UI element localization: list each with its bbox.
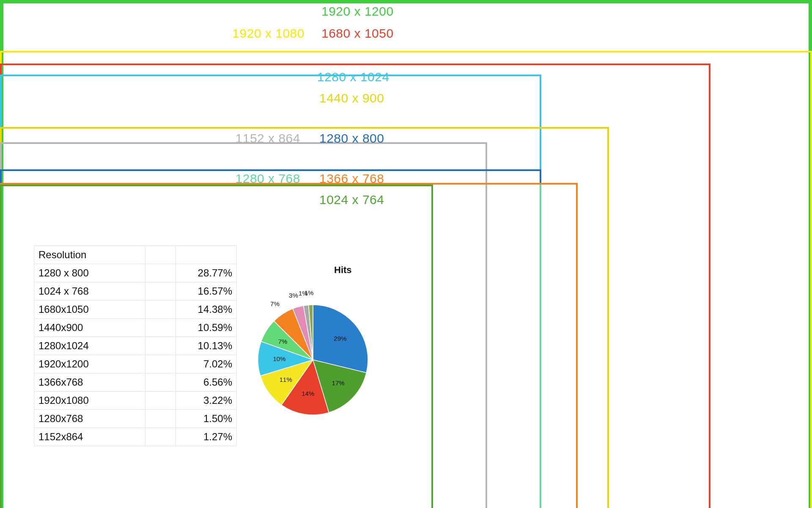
table-cell: 1440x900 <box>34 319 145 337</box>
table-cell: 1680x1050 <box>34 301 145 319</box>
table-row: 1152x8641.27% <box>34 428 237 446</box>
table-row: 1366x7686.56% <box>34 373 237 392</box>
table-row: 1680x105014.38% <box>34 301 237 319</box>
table-cell: 1024 x 768 <box>34 282 145 301</box>
table-cell-percent: 10.13% <box>176 337 237 355</box>
pie-slice-label: 29% <box>334 335 346 342</box>
table-cell <box>145 410 176 428</box>
table-cell <box>145 355 176 373</box>
table-row: 1440x90010.59% <box>34 319 237 337</box>
pie-slice-label: 7% <box>278 338 288 345</box>
table-cell <box>145 373 176 392</box>
table-cell <box>145 282 176 301</box>
table-cell-percent: 6.56% <box>176 373 237 392</box>
table-cell: 1152x864 <box>34 428 145 446</box>
table-cell-percent: 1.50% <box>176 410 237 428</box>
pie-slice-label: 10% <box>273 355 285 362</box>
table-header <box>145 246 176 264</box>
table-cell-percent: 14.38% <box>176 301 237 319</box>
table-cell <box>145 264 176 282</box>
pie-slice-label: 11% <box>280 376 292 383</box>
pie-slice-label: 17% <box>332 379 345 387</box>
table-row: 1280x7681.50% <box>34 410 237 428</box>
table-cell: 1366x768 <box>34 373 145 392</box>
pie-slice-label: 3% <box>289 292 298 299</box>
pie-slice-label: 1% <box>304 289 314 296</box>
table-cell <box>145 319 176 337</box>
resolution-table: Resolution1280 x 80028.77%1024 x 76816.5… <box>34 246 237 446</box>
table-cell: 1280x1024 <box>34 337 145 355</box>
pie-slice-label: 7% <box>270 300 280 307</box>
pie-title: Hits <box>334 265 352 276</box>
table-cell: 1280 x 800 <box>34 264 145 282</box>
table-cell-percent: 10.59% <box>176 319 237 337</box>
table-row: 1280x102410.13% <box>34 337 237 355</box>
table-row: 1024 x 76816.57% <box>34 282 237 301</box>
table-row: 1920x12007.02% <box>34 355 237 373</box>
table-cell: 1920x1080 <box>34 392 145 410</box>
table-cell <box>145 301 176 319</box>
table-cell-percent: 3.22% <box>176 392 237 410</box>
table-row: 1920x10803.22% <box>34 392 237 410</box>
table-header <box>176 246 237 264</box>
table-cell: 1280x768 <box>34 410 145 428</box>
table-cell-percent: 1.27% <box>176 428 237 446</box>
table-cell-percent: 28.77% <box>176 264 237 282</box>
table-cell: 812x508 <box>34 355 145 373</box>
pie-slice-label: 14% <box>302 390 314 397</box>
table-header: Resolution <box>34 246 145 264</box>
table-cell-percent: 16.57% <box>176 282 237 301</box>
table-cell-percent: 7.02% <box>176 355 237 373</box>
table-cell <box>145 428 176 446</box>
table-cell <box>145 392 176 410</box>
table-row: 1280 x 80028.77% <box>34 264 237 282</box>
table-cell <box>145 337 176 355</box>
